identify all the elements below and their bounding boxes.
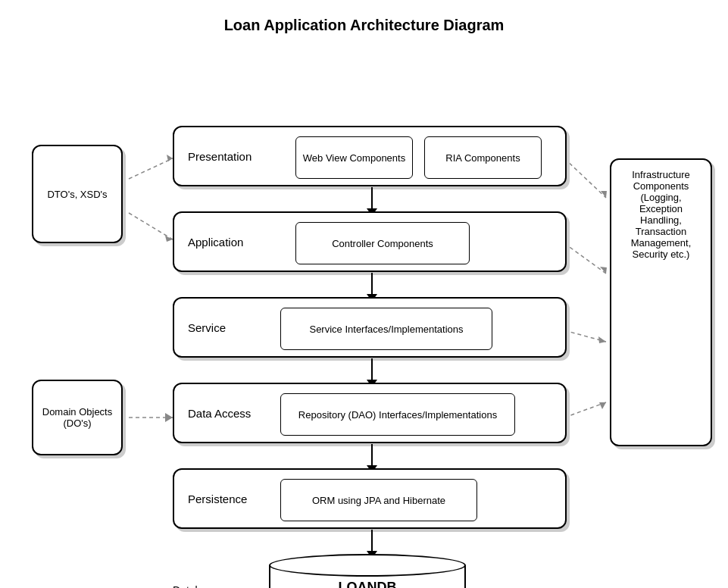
ria-components-box: RIA Components [424, 136, 542, 179]
domain-objects-box: Domain Objects (DO's) [32, 380, 123, 455]
service-interfaces-box: Service Interfaces/Implementations [280, 308, 492, 350]
persistence-label: Persistence [188, 493, 247, 505]
repository-box: Repository (DAO) Interfaces/Implementati… [280, 393, 515, 436]
svg-line-10 [564, 330, 606, 342]
service-interfaces-label: Service Interfaces/Implementations [309, 324, 463, 335]
svg-line-8 [564, 243, 606, 274]
repository-label: Repository (DAO) Interfaces/Implementati… [298, 409, 497, 421]
persistence-layer: Persistence ORM using JPA and Hibernate [173, 468, 567, 529]
ria-label: RIA Components [445, 152, 520, 164]
service-label: Service [188, 321, 226, 334]
data-access-layer: Data Access Repository (DAO) Interfaces/… [173, 383, 567, 443]
svg-marker-9 [600, 267, 607, 274]
svg-line-0 [129, 158, 173, 179]
svg-marker-5 [165, 413, 173, 422]
db-top [269, 554, 466, 577]
svg-marker-13 [599, 402, 606, 409]
infrastructure-label: Infrastructure Components (Logging, Exce… [619, 169, 703, 260]
svg-marker-7 [601, 191, 607, 198]
controller-label: Controller Components [332, 238, 433, 249]
svg-line-6 [564, 158, 606, 198]
svg-line-12 [564, 402, 606, 418]
svg-marker-3 [165, 236, 173, 242]
database-label: Database [173, 584, 218, 588]
application-label: Application [188, 236, 243, 249]
infrastructure-box: Infrastructure Components (Logging, Exce… [610, 158, 712, 446]
svg-marker-11 [598, 336, 606, 343]
presentation-label: Presentation [188, 150, 252, 163]
web-view-label: Web View Components [303, 152, 405, 164]
orm-box: ORM using JPA and Hibernate [280, 479, 477, 521]
application-layer: Application Controller Components [173, 211, 567, 272]
dtos-xsds-box: DTO's, XSD's [32, 145, 123, 243]
domain-label: Domain Objects (DO's) [42, 406, 112, 429]
data-access-label: Data Access [188, 407, 251, 420]
web-view-components-box: Web View Components [295, 136, 413, 179]
database: LOANDB [269, 554, 466, 588]
svg-line-2 [129, 213, 173, 239]
orm-label: ORM using JPA and Hibernate [312, 495, 445, 506]
service-layer: Service Service Interfaces/Implementatio… [173, 297, 567, 358]
svg-marker-1 [167, 155, 173, 161]
dtos-label: DTO's, XSD's [47, 189, 107, 200]
page-title: Loan Application Architecture Diagram [0, 0, 728, 46]
presentation-layer: Presentation Web View Components RIA Com… [173, 126, 567, 186]
db-name: LOANDB [339, 580, 397, 589]
controller-components-box: Controller Components [295, 222, 470, 264]
